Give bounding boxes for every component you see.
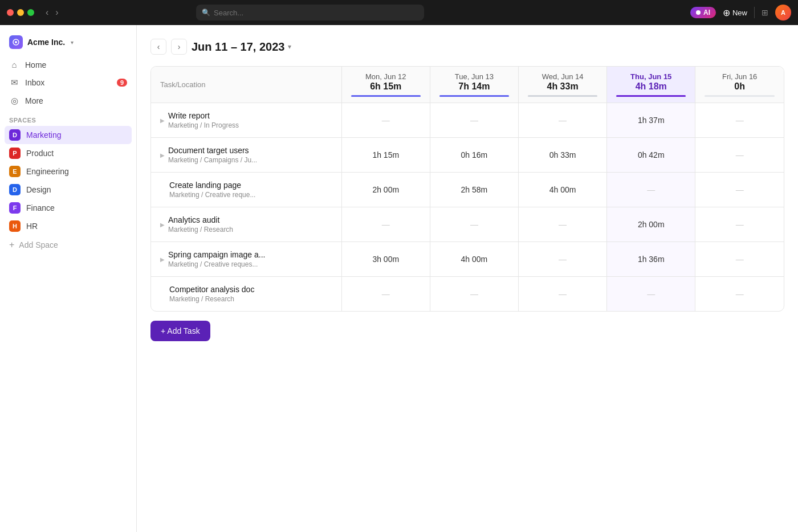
sidebar-item-hr[interactable]: H HR: [5, 217, 132, 235]
forward-button[interactable]: ›: [53, 6, 60, 19]
new-button[interactable]: ⊕ New: [723, 7, 747, 18]
time-cell[interactable]: —: [430, 277, 518, 312]
time-cell[interactable]: —: [519, 242, 607, 277]
day-hours-mon: 6h 15m: [351, 81, 421, 92]
task-name: Write report: [168, 111, 239, 120]
task-location: Marketing / In Progress: [168, 121, 239, 129]
time-cell: 0h 42m: [607, 138, 695, 173]
task-cell: Create landing page Marketing / Creative…: [151, 173, 341, 207]
space-avatar-engineering: E: [9, 166, 21, 177]
expand-icon[interactable]: ▶: [160, 222, 165, 228]
expand-icon[interactable]: ▶: [160, 256, 165, 263]
time-cell[interactable]: —: [695, 242, 784, 277]
space-label-finance: Finance: [26, 203, 55, 212]
time-dash: —: [559, 289, 567, 298]
time-cell[interactable]: —: [695, 277, 784, 312]
time-dash: —: [382, 116, 390, 125]
sidebar-item-more[interactable]: ◎ More: [5, 92, 132, 110]
time-dash: —: [736, 255, 744, 264]
day-name-thu: Thu, Jun 15: [616, 72, 686, 81]
search-bar[interactable]: 🔍: [196, 5, 424, 21]
time-cell: 0h 33m: [519, 138, 607, 173]
table-row: ▶ Document target users Marketing / Camp…: [151, 138, 784, 173]
minimize-window-button[interactable]: [17, 9, 24, 16]
day-bar-mon: [351, 95, 421, 97]
next-week-button[interactable]: ›: [171, 39, 187, 55]
time-cell[interactable]: —: [695, 207, 784, 242]
time-cell[interactable]: —: [607, 277, 695, 312]
task-cell: Competitor analysis doc Marketing / Rese…: [151, 277, 341, 312]
sidebar-item-home[interactable]: ⌂ Home: [5, 56, 132, 73]
date-range-selector[interactable]: Jun 11 – 17, 2023 ▾: [192, 40, 291, 54]
task-cell: ▶ Spring campaign image a... Marketing /…: [151, 242, 341, 277]
ai-label: AI: [703, 9, 710, 17]
search-input[interactable]: [214, 9, 418, 17]
task-name: Spring campaign image a...: [168, 250, 265, 259]
ai-button[interactable]: AI: [690, 7, 716, 18]
inbox-badge: 9: [117, 79, 127, 87]
sidebar-navigation: ⌂ Home ✉ Inbox 9 ◎ More: [0, 56, 136, 110]
time-cell: 1h 36m: [607, 242, 695, 277]
search-icon: 🔍: [202, 9, 210, 17]
avatar[interactable]: A: [775, 5, 791, 21]
time-cell[interactable]: —: [519, 207, 607, 242]
time-cell: 1h 37m: [607, 103, 695, 138]
grid-icon[interactable]: ⊞: [762, 8, 768, 17]
maximize-window-button[interactable]: [27, 9, 34, 16]
add-plus-icon: +: [9, 240, 14, 250]
main-content: ‹ › Jun 11 – 17, 2023 ▾ Task/Location Mo…: [137, 25, 798, 532]
task-location-header: Task/Location: [151, 67, 341, 103]
workspace-header[interactable]: Acme Inc. ▾: [0, 32, 136, 56]
sidebar-item-marketing[interactable]: D Marketing: [5, 126, 132, 144]
time-tracking-table: Task/Location Mon, Jun 12 6h 15m Tue, Ju…: [150, 66, 784, 312]
column-header-fri: Fri, Jun 16 0h: [695, 67, 784, 103]
expand-icon[interactable]: ▶: [160, 152, 165, 158]
space-label-design: Design: [26, 185, 51, 194]
day-bar-fri: [705, 95, 775, 97]
topbar-divider: [754, 7, 755, 18]
add-task-button[interactable]: + Add Task: [150, 321, 210, 341]
time-dash: —: [470, 116, 478, 125]
table-row: Create landing page Marketing / Creative…: [151, 173, 784, 207]
spaces-list: D Marketing P Product E Engineering D De…: [0, 126, 136, 253]
time-cell[interactable]: —: [430, 207, 518, 242]
space-label-marketing: Marketing: [26, 130, 61, 140]
table-row: ▶ Write report Marketing / In Progress —…: [151, 103, 784, 138]
time-dash: —: [736, 185, 744, 194]
add-space-button[interactable]: + Add Space: [5, 236, 132, 253]
time-dash: —: [647, 185, 655, 194]
sidebar-item-finance[interactable]: F Finance: [5, 199, 132, 217]
day-hours-tue: 7h 14m: [439, 81, 509, 92]
expand-icon[interactable]: ▶: [160, 117, 165, 124]
time-dash: —: [736, 116, 744, 125]
time-cell[interactable]: —: [341, 277, 430, 312]
time-cell[interactable]: —: [430, 103, 518, 138]
task-name: Create landing page: [169, 181, 255, 190]
time-cell: 4h 00m: [519, 173, 607, 207]
time-dash: —: [382, 289, 390, 298]
task-cell: ▶ Document target users Marketing / Camp…: [151, 138, 341, 173]
back-button[interactable]: ‹: [43, 6, 51, 19]
sidebar-item-inbox[interactable]: ✉ Inbox 9: [5, 73, 132, 92]
time-cell[interactable]: —: [607, 173, 695, 207]
close-window-button[interactable]: [7, 9, 14, 16]
time-cell[interactable]: —: [519, 103, 607, 138]
prev-week-button[interactable]: ‹: [150, 39, 166, 55]
time-cell[interactable]: —: [519, 277, 607, 312]
sidebar-item-design[interactable]: D Design: [5, 181, 132, 199]
new-label: New: [732, 9, 747, 17]
time-cell[interactable]: —: [695, 138, 784, 173]
time-cell[interactable]: —: [341, 207, 430, 242]
time-cell[interactable]: —: [695, 103, 784, 138]
table-row: ▶ Spring campaign image a... Marketing /…: [151, 242, 784, 277]
time-dash: —: [470, 289, 478, 298]
space-avatar-finance: F: [9, 202, 21, 214]
sidebar-item-product[interactable]: P Product: [5, 144, 132, 162]
time-cell[interactable]: —: [695, 173, 784, 207]
time-cell[interactable]: —: [341, 103, 430, 138]
space-avatar-design: D: [9, 184, 21, 195]
day-hours-fri: 0h: [705, 81, 775, 92]
sidebar-item-engineering[interactable]: E Engineering: [5, 162, 132, 181]
add-space-label: Add Space: [19, 240, 58, 249]
date-range-text: Jun 11 – 17, 2023: [192, 40, 284, 54]
